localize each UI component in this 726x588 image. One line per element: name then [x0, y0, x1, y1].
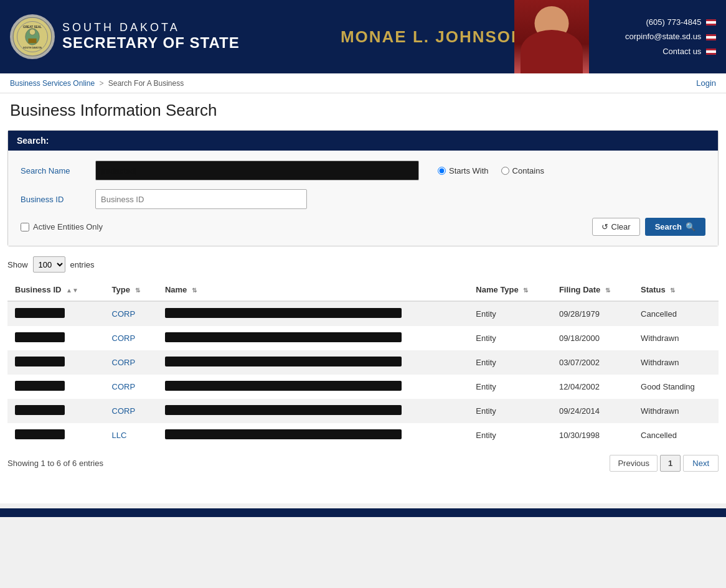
- breadcrumb-home-link[interactable]: Business Services Online: [10, 79, 95, 88]
- table-row: CORPEntity09/24/2014Withdrawn: [7, 399, 719, 423]
- flag-icon-3: [706, 49, 716, 55]
- active-entities-label[interactable]: Active Entities Only: [21, 222, 103, 231]
- flag-icon-2: [706, 34, 716, 40]
- table-row: CORPEntity03/07/2002Withdrawn: [7, 350, 719, 375]
- contains-option[interactable]: Contains: [501, 166, 544, 175]
- show-entries-row: Show 10 25 50 100 entries: [7, 256, 719, 273]
- contains-radio[interactable]: [501, 167, 509, 175]
- redacted-name: [165, 429, 402, 439]
- results-table: Business ID ▲▼ Type ⇅ Name ⇅ Name Type ⇅: [7, 279, 719, 447]
- site-header: GREAT SEAL SOUTH DAKOTA SOUTH DAKOTA SEC…: [0, 0, 726, 73]
- cell-name[interactable]: [158, 399, 468, 423]
- cell-business-id[interactable]: [7, 350, 105, 375]
- show-label: Show: [7, 260, 28, 269]
- clear-button[interactable]: ↺ Clear: [592, 218, 640, 236]
- cell-status: Good Standing: [633, 375, 719, 399]
- type-link[interactable]: CORP: [112, 334, 136, 343]
- main-content: Search: Search Name Starts With Contains: [0, 130, 726, 503]
- flag-icon: [706, 19, 716, 26]
- cell-name-type: Entity: [468, 399, 552, 423]
- page-title-bar: Business Information Search: [0, 93, 726, 130]
- contact-us-link[interactable]: Contact us: [625, 44, 716, 58]
- svg-text:GREAT SEAL: GREAT SEAL: [23, 26, 42, 29]
- header-contact: (605) 773-4845 corpinfo@state.sd.us Cont…: [625, 15, 716, 58]
- col-business-id[interactable]: Business ID ▲▼: [7, 279, 105, 301]
- cell-name[interactable]: [158, 350, 468, 375]
- type-link[interactable]: CORP: [112, 358, 136, 367]
- type-link[interactable]: CORP: [112, 382, 136, 391]
- page-1-button[interactable]: 1: [660, 455, 681, 472]
- active-entities-checkbox[interactable]: [21, 223, 29, 231]
- starts-with-option[interactable]: Starts With: [438, 166, 489, 175]
- search-name-row: Search Name Starts With Contains: [21, 161, 705, 180]
- col-status[interactable]: Status ⇅: [633, 279, 719, 301]
- search-actions-row: Active Entities Only ↺ Clear Search 🔍: [21, 218, 705, 236]
- breadcrumb: Business Services Online > Search For A …: [10, 79, 184, 88]
- cell-name[interactable]: [158, 423, 468, 447]
- contains-label: Contains: [512, 166, 544, 175]
- svg-point-6: [29, 29, 35, 35]
- entries-label: entries: [70, 260, 95, 269]
- col-filing-date[interactable]: Filing Date ⇅: [552, 279, 633, 301]
- redacted-id: [15, 405, 65, 415]
- business-id-label: Business ID: [21, 195, 89, 204]
- search-button[interactable]: Search 🔍: [645, 218, 705, 236]
- cell-name-type: Entity: [468, 423, 552, 447]
- previous-button[interactable]: Previous: [610, 455, 658, 472]
- type-link[interactable]: CORP: [112, 406, 136, 416]
- table-row: CORPEntity09/18/2000Withdrawn: [7, 326, 719, 350]
- next-button[interactable]: Next: [683, 455, 719, 472]
- entries-per-page-select[interactable]: 10 25 50 100: [33, 256, 65, 273]
- col-business-id-label: Business ID: [15, 285, 61, 294]
- cell-business-id[interactable]: [7, 399, 105, 423]
- sort-icon-name: ⇅: [192, 287, 197, 294]
- col-name-type[interactable]: Name Type ⇅: [468, 279, 552, 301]
- cell-name[interactable]: [158, 375, 468, 399]
- col-filing-date-label: Filing Date: [559, 285, 600, 294]
- col-status-label: Status: [641, 285, 666, 294]
- cell-business-id[interactable]: [7, 301, 105, 326]
- search-header-label: Search:: [17, 136, 49, 146]
- search-name-label: Search Name: [21, 166, 89, 175]
- redacted-name: [165, 332, 402, 342]
- sort-icon-status: ⇅: [670, 287, 675, 294]
- cell-business-id[interactable]: [7, 375, 105, 399]
- login-link[interactable]: Login: [696, 78, 716, 88]
- redacted-id: [15, 332, 65, 342]
- table-section: Show 10 25 50 100 entries Business ID ▲▼…: [7, 256, 719, 447]
- breadcrumb-separator: >: [99, 79, 105, 88]
- redacted-id: [15, 308, 65, 318]
- starts-with-radio[interactable]: [438, 167, 446, 175]
- pagination-info: Showing 1 to 6 of 6 entries: [7, 459, 103, 468]
- cell-type: LLC: [105, 423, 158, 447]
- cell-name-type: Entity: [468, 301, 552, 326]
- footer-bar: [0, 508, 726, 517]
- cell-business-id[interactable]: [7, 326, 105, 350]
- search-header: Search:: [8, 131, 718, 151]
- type-link[interactable]: LLC: [112, 431, 127, 440]
- cell-name[interactable]: [158, 301, 468, 326]
- search-name-input[interactable]: [95, 161, 419, 180]
- sort-icon-name-type: ⇅: [523, 287, 528, 294]
- search-type-radios: Starts With Contains: [438, 166, 544, 175]
- table-row: CORPEntity12/04/2002Good Standing: [7, 375, 719, 399]
- business-id-input[interactable]: [95, 189, 307, 209]
- cell-business-id[interactable]: [7, 423, 105, 447]
- search-button-label: Search: [655, 222, 682, 231]
- col-type[interactable]: Type ⇅: [105, 279, 158, 301]
- sort-icon-filing-date: ⇅: [605, 287, 610, 294]
- col-type-label: Type: [112, 285, 130, 294]
- cell-filing-date: 09/24/2014: [552, 399, 633, 423]
- pagination-row: Showing 1 to 6 of 6 entries Previous 1 N…: [7, 455, 719, 472]
- cell-status: Withdrawn: [633, 399, 719, 423]
- cell-name[interactable]: [158, 326, 468, 350]
- svg-text:SOUTH DAKOTA: SOUTH DAKOTA: [23, 47, 42, 49]
- cell-type: CORP: [105, 301, 158, 326]
- header-logo: GREAT SEAL SOUTH DAKOTA SOUTH DAKOTA SEC…: [10, 14, 240, 59]
- active-entities-text: Active Entities Only: [33, 222, 103, 231]
- svg-rect-5: [28, 39, 36, 44]
- cell-type: CORP: [105, 375, 158, 399]
- type-link[interactable]: CORP: [112, 309, 136, 319]
- col-name[interactable]: Name ⇅: [158, 279, 468, 301]
- cell-name-type: Entity: [468, 375, 552, 399]
